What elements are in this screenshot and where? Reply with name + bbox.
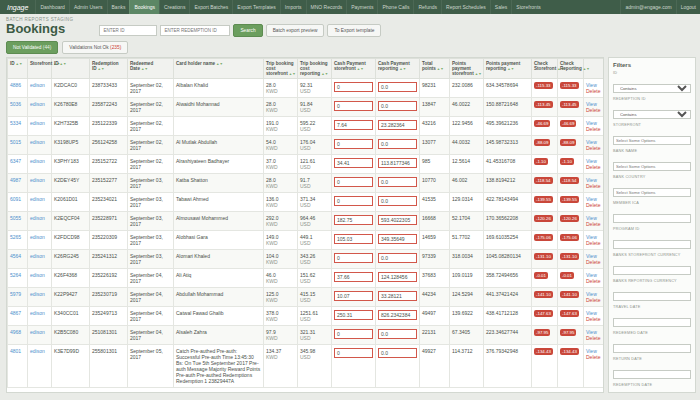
column-header-cash-payment-reporting[interactable]: Cash Payment reporting▲▼ (376, 59, 420, 79)
storefront-link[interactable]: edison (30, 158, 45, 164)
nav-item-payments[interactable]: Payments (346, 0, 377, 14)
delete-link[interactable]: Delete (586, 278, 600, 284)
sort-icon[interactable]: ▲▼ (321, 72, 328, 76)
booking-id-link[interactable]: 4801 (10, 348, 21, 354)
filter-input-banks-storefront-currency[interactable] (613, 266, 691, 275)
booking-id-link[interactable]: 5334 (10, 120, 21, 126)
nav-item-bookings[interactable]: Bookings (129, 0, 159, 14)
column-header-points-payment-reporting[interactable]: Points payment reporting▲▼ (484, 59, 532, 79)
column-header-id[interactable]: ID▲▼ (8, 59, 28, 79)
storefront-link[interactable]: edison (30, 215, 45, 221)
redemption-search-input[interactable] (160, 25, 230, 36)
column-header-redemption-id[interactable]: Redemption ID▲▼ (90, 59, 128, 79)
filter-input-travel-date[interactable] (613, 318, 691, 327)
nav-item-banks[interactable]: Banks (107, 0, 130, 14)
validations-not-ok-button[interactable]: Validations Not Ok (235) (62, 41, 128, 54)
filter-select-redemption-id[interactable]: Contains (613, 110, 691, 119)
filter-select-id[interactable]: Contains (613, 84, 691, 93)
nav-item-imports[interactable]: Imports (280, 0, 306, 14)
id-search-input[interactable] (99, 25, 157, 36)
booking-id-link[interactable]: 4968 (10, 329, 21, 335)
sort-icon[interactable]: ▲▼ (475, 72, 482, 76)
booking-id-link[interactable]: 5015 (10, 139, 21, 145)
booking-id-link[interactable]: 4564 (10, 253, 21, 259)
booking-id-link[interactable]: 6347 (10, 158, 21, 164)
delete-link[interactable]: Delete (586, 107, 600, 113)
sort-icon[interactable]: ▲▼ (16, 62, 23, 66)
nav-item-export-batches[interactable]: Export Batches (189, 0, 232, 14)
storefront-link[interactable]: edison (30, 120, 45, 126)
filter-input-program-id[interactable] (613, 240, 691, 249)
sort-icon[interactable]: ▲▼ (437, 67, 444, 71)
column-header-card-holder-name[interactable]: Card holder name▲▼ (174, 59, 264, 79)
booking-id-link[interactable]: 5036 (10, 101, 21, 107)
delete-link[interactable]: Delete (586, 145, 600, 151)
filter-input-bank-name[interactable] (613, 162, 691, 171)
storefront-link[interactable]: edison (30, 310, 45, 316)
delete-link[interactable]: Delete (586, 240, 600, 246)
batch-export-preview-button[interactable]: Batch export preview (266, 24, 325, 37)
nav-item-refunds[interactable]: Refunds (413, 0, 441, 14)
nav-item-sales[interactable]: Sales (490, 0, 512, 14)
column-header-trip-booking-cost-reporting[interactable]: Trip booking cost reporting▲▼ (298, 59, 332, 79)
column-header-check-storefront[interactable]: Check Storefront▲▼ (532, 59, 558, 79)
storefront-link[interactable]: edison (30, 272, 45, 278)
storefront-link[interactable]: edison (30, 101, 45, 107)
logout-button[interactable]: Logout (676, 0, 700, 14)
column-header-storefront[interactable]: Storefront▲▼ (28, 59, 52, 79)
delete-link[interactable]: Delete (586, 354, 600, 360)
booking-id-link[interactable]: 5265 (10, 234, 21, 240)
booking-id-link[interactable]: 5264 (10, 272, 21, 278)
column-header-check-reporting[interactable]: Check Reporting▲▼ (558, 59, 584, 79)
storefront-link[interactable]: edison (30, 177, 45, 183)
filter-input-banks-reporting-currency[interactable] (613, 292, 691, 301)
booking-id-link[interactable]: 4886 (10, 82, 21, 88)
nav-item-report-schedules[interactable]: Report Schedules (441, 0, 490, 14)
nav-item-dashboard[interactable]: Dashboard (35, 0, 68, 14)
filter-input-redeemed-date[interactable] (613, 344, 691, 353)
nav-item-storefronts[interactable]: Storefronts (511, 0, 544, 14)
delete-link[interactable]: Delete (586, 88, 600, 94)
to-export-template-button[interactable]: To Export template (327, 24, 381, 37)
sort-icon[interactable]: ▲▼ (60, 62, 67, 66)
booking-id-link[interactable]: 6091 (10, 196, 21, 202)
column-header-cash-payment-storefront[interactable]: Cash Payment storefront▲▼ (332, 59, 376, 79)
storefront-link[interactable]: edison (30, 196, 45, 202)
column-header-id[interactable]: ID▲▼ (52, 59, 90, 79)
delete-link[interactable]: Delete (586, 183, 600, 189)
storefront-link[interactable]: edison (30, 291, 45, 297)
search-button[interactable]: Search (233, 24, 262, 37)
storefront-link[interactable]: edison (30, 82, 45, 88)
column-header-total-points[interactable]: Total points▲▼ (420, 59, 450, 79)
sort-icon[interactable]: ▲▼ (399, 67, 406, 71)
delete-link[interactable]: Delete (586, 164, 600, 170)
column-header-trip-booking-cost-storefront[interactable]: Trip booking cost storefront▲▼ (264, 59, 298, 79)
delete-link[interactable]: Delete (586, 259, 600, 265)
delete-link[interactable]: Delete (586, 126, 600, 132)
booking-id-link[interactable]: 5979 (10, 291, 21, 297)
nav-item-mno-records[interactable]: MNO Records (306, 0, 347, 14)
sort-icon[interactable]: ▲▼ (141, 67, 148, 71)
user-email[interactable]: admin@engage.com (620, 0, 675, 14)
delete-link[interactable]: Delete (586, 316, 600, 322)
column-header-redeemed-date[interactable]: Redeemed Date▲▼ (128, 59, 174, 79)
sort-icon[interactable]: ▲▼ (357, 67, 364, 71)
filter-input-return-date[interactable] (613, 370, 691, 379)
storefront-link[interactable]: edison (30, 253, 45, 259)
booking-id-link[interactable]: 4987 (10, 177, 21, 183)
nav-item-admin-users[interactable]: Admin Users (69, 0, 107, 14)
filter-input-bank-country[interactable] (613, 188, 691, 197)
filter-input-storefront[interactable] (613, 136, 691, 145)
storefront-link[interactable]: edison (30, 234, 45, 240)
sort-icon[interactable]: ▲▼ (289, 72, 296, 76)
nav-item-export-templates[interactable]: Export Templates (232, 0, 280, 14)
sort-icon[interactable]: ▲▼ (98, 67, 105, 71)
booking-id-link[interactable]: 5055 (10, 215, 21, 221)
delete-link[interactable]: Delete (586, 297, 600, 303)
delete-link[interactable]: Delete (586, 221, 600, 227)
storefront-link[interactable]: edison (30, 139, 45, 145)
storefront-link[interactable]: edison (30, 348, 45, 354)
column-header-points-payment-storefront[interactable]: Points payment storefront▲▼ (450, 59, 484, 79)
sort-icon[interactable]: ▲▼ (216, 62, 223, 66)
filter-input-member-ica[interactable] (613, 214, 691, 223)
